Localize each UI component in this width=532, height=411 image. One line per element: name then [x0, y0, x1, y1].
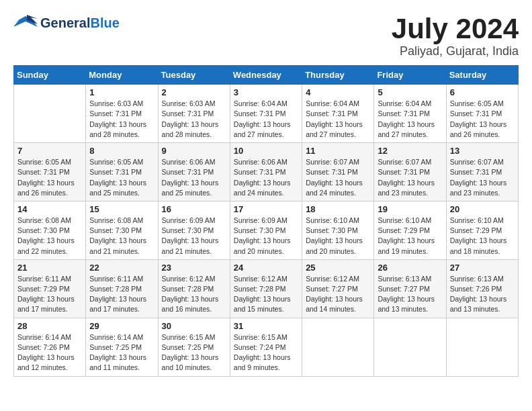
- day-cell: 2Sunrise: 6:03 AMSunset: 7:31 PMDaylight…: [158, 85, 230, 143]
- day-cell: 4Sunrise: 6:04 AMSunset: 7:31 PMDaylight…: [302, 85, 374, 143]
- day-info: Sunrise: 6:11 AMSunset: 7:28 PMDaylight:…: [89, 274, 154, 315]
- day-cell: 8Sunrise: 6:05 AMSunset: 7:31 PMDaylight…: [86, 143, 158, 201]
- day-info: Sunrise: 6:11 AMSunset: 7:29 PMDaylight:…: [17, 274, 82, 315]
- logo: GeneralBlue: [13, 13, 120, 32]
- header-row: SundayMondayTuesdayWednesdayThursdayFrid…: [14, 66, 519, 85]
- day-info: Sunrise: 6:04 AMSunset: 7:31 PMDaylight:…: [234, 99, 298, 140]
- day-number: 24: [234, 263, 298, 273]
- day-number: 28: [17, 321, 82, 331]
- day-number: 16: [162, 204, 226, 214]
- day-cell: 12Sunrise: 6:07 AMSunset: 7:31 PMDayligh…: [374, 143, 446, 201]
- day-number: 7: [17, 146, 82, 156]
- day-info: Sunrise: 6:12 AMSunset: 7:27 PMDaylight:…: [306, 274, 370, 315]
- day-number: 9: [162, 146, 226, 156]
- day-cell: 26Sunrise: 6:13 AMSunset: 7:27 PMDayligh…: [374, 259, 446, 318]
- day-cell: 7Sunrise: 6:05 AMSunset: 7:31 PMDaylight…: [14, 143, 86, 201]
- day-info: Sunrise: 6:05 AMSunset: 7:31 PMDaylight:…: [17, 157, 82, 198]
- day-info: Sunrise: 6:04 AMSunset: 7:31 PMDaylight:…: [306, 99, 370, 140]
- day-cell: 18Sunrise: 6:10 AMSunset: 7:30 PMDayligh…: [302, 201, 374, 259]
- day-info: Sunrise: 6:06 AMSunset: 7:31 PMDaylight:…: [234, 157, 298, 198]
- day-cell: 6Sunrise: 6:05 AMSunset: 7:31 PMDaylight…: [446, 85, 518, 143]
- day-cell: 20Sunrise: 6:10 AMSunset: 7:29 PMDayligh…: [446, 201, 518, 259]
- day-number: 29: [89, 321, 154, 331]
- day-number: 17: [234, 204, 298, 214]
- header-day-friday: Friday: [374, 66, 446, 85]
- day-cell: 29Sunrise: 6:14 AMSunset: 7:25 PMDayligh…: [86, 318, 158, 376]
- day-number: 11: [306, 146, 370, 156]
- day-number: 31: [234, 321, 298, 331]
- day-cell: [302, 318, 374, 376]
- day-info: Sunrise: 6:10 AMSunset: 7:30 PMDaylight:…: [306, 216, 370, 257]
- day-info: Sunrise: 6:08 AMSunset: 7:30 PMDaylight:…: [89, 216, 154, 257]
- day-info: Sunrise: 6:15 AMSunset: 7:24 PMDaylight:…: [234, 332, 298, 373]
- month-title: July 2024: [392, 13, 519, 44]
- location-title: Paliyad, Gujarat, India: [392, 44, 519, 58]
- day-info: Sunrise: 6:05 AMSunset: 7:31 PMDaylight:…: [89, 157, 154, 198]
- day-info: Sunrise: 6:14 AMSunset: 7:26 PMDaylight:…: [17, 332, 82, 373]
- day-info: Sunrise: 6:10 AMSunset: 7:29 PMDaylight:…: [378, 216, 442, 257]
- day-number: 21: [17, 263, 82, 273]
- day-cell: 21Sunrise: 6:11 AMSunset: 7:29 PMDayligh…: [14, 259, 86, 318]
- day-info: Sunrise: 6:09 AMSunset: 7:30 PMDaylight:…: [234, 216, 298, 257]
- header-day-saturday: Saturday: [446, 66, 518, 85]
- day-info: Sunrise: 6:10 AMSunset: 7:29 PMDaylight:…: [450, 216, 515, 257]
- day-info: Sunrise: 6:05 AMSunset: 7:31 PMDaylight:…: [450, 99, 515, 140]
- day-number: 23: [162, 263, 226, 273]
- day-number: 15: [89, 204, 154, 214]
- day-cell: 14Sunrise: 6:08 AMSunset: 7:30 PMDayligh…: [14, 201, 86, 259]
- day-info: Sunrise: 6:12 AMSunset: 7:28 PMDaylight:…: [162, 274, 226, 315]
- day-cell: [374, 318, 446, 376]
- day-number: 3: [234, 87, 298, 97]
- day-info: Sunrise: 6:04 AMSunset: 7:31 PMDaylight:…: [378, 99, 442, 140]
- day-number: 5: [378, 87, 442, 97]
- logo-icon: [13, 13, 38, 32]
- day-cell: 3Sunrise: 6:04 AMSunset: 7:31 PMDaylight…: [230, 85, 302, 143]
- day-cell: 24Sunrise: 6:12 AMSunset: 7:28 PMDayligh…: [230, 259, 302, 318]
- header-day-tuesday: Tuesday: [158, 66, 230, 85]
- day-number: 2: [162, 87, 226, 97]
- header-day-sunday: Sunday: [14, 66, 86, 85]
- day-cell: 31Sunrise: 6:15 AMSunset: 7:24 PMDayligh…: [230, 318, 302, 376]
- day-cell: 5Sunrise: 6:04 AMSunset: 7:31 PMDaylight…: [374, 85, 446, 143]
- day-info: Sunrise: 6:13 AMSunset: 7:27 PMDaylight:…: [378, 274, 442, 315]
- header: GeneralBlue July 2024 Paliyad, Gujarat, …: [13, 13, 519, 58]
- calendar-table: SundayMondayTuesdayWednesdayThursdayFrid…: [13, 65, 519, 376]
- header-day-thursday: Thursday: [302, 66, 374, 85]
- week-row-2: 7Sunrise: 6:05 AMSunset: 7:31 PMDaylight…: [14, 143, 519, 201]
- day-number: 8: [89, 146, 154, 156]
- day-cell: 11Sunrise: 6:07 AMSunset: 7:31 PMDayligh…: [302, 143, 374, 201]
- calendar-body: 1Sunrise: 6:03 AMSunset: 7:31 PMDaylight…: [14, 85, 519, 376]
- day-cell: 1Sunrise: 6:03 AMSunset: 7:31 PMDaylight…: [86, 85, 158, 143]
- day-info: Sunrise: 6:07 AMSunset: 7:31 PMDaylight:…: [450, 157, 515, 198]
- day-info: Sunrise: 6:08 AMSunset: 7:30 PMDaylight:…: [17, 216, 82, 257]
- header-day-monday: Monday: [86, 66, 158, 85]
- day-number: 18: [306, 204, 370, 214]
- day-number: 6: [450, 87, 515, 97]
- day-number: 27: [450, 263, 515, 273]
- day-number: 19: [378, 204, 442, 214]
- day-cell: 13Sunrise: 6:07 AMSunset: 7:31 PMDayligh…: [446, 143, 518, 201]
- day-number: 20: [450, 204, 515, 214]
- logo-general-text: General: [40, 15, 90, 30]
- day-number: 25: [306, 263, 370, 273]
- day-cell: 22Sunrise: 6:11 AMSunset: 7:28 PMDayligh…: [86, 259, 158, 318]
- day-cell: 16Sunrise: 6:09 AMSunset: 7:30 PMDayligh…: [158, 201, 230, 259]
- day-info: Sunrise: 6:12 AMSunset: 7:28 PMDaylight:…: [234, 274, 298, 315]
- day-info: Sunrise: 6:06 AMSunset: 7:31 PMDaylight:…: [162, 157, 226, 198]
- title-area: July 2024 Paliyad, Gujarat, India: [392, 13, 519, 58]
- day-info: Sunrise: 6:03 AMSunset: 7:31 PMDaylight:…: [89, 99, 154, 140]
- day-info: Sunrise: 6:07 AMSunset: 7:31 PMDaylight:…: [306, 157, 370, 198]
- day-info: Sunrise: 6:03 AMSunset: 7:31 PMDaylight:…: [162, 99, 226, 140]
- day-number: 30: [162, 321, 226, 331]
- week-row-3: 14Sunrise: 6:08 AMSunset: 7:30 PMDayligh…: [14, 201, 519, 259]
- day-number: 10: [234, 146, 298, 156]
- day-number: 1: [89, 87, 154, 97]
- day-info: Sunrise: 6:07 AMSunset: 7:31 PMDaylight:…: [378, 157, 442, 198]
- day-info: Sunrise: 6:15 AMSunset: 7:25 PMDaylight:…: [162, 332, 226, 373]
- day-number: 13: [450, 146, 515, 156]
- day-number: 14: [17, 204, 82, 214]
- day-info: Sunrise: 6:09 AMSunset: 7:30 PMDaylight:…: [162, 216, 226, 257]
- day-cell: [446, 318, 518, 376]
- day-cell: 27Sunrise: 6:13 AMSunset: 7:26 PMDayligh…: [446, 259, 518, 318]
- day-number: 26: [378, 263, 442, 273]
